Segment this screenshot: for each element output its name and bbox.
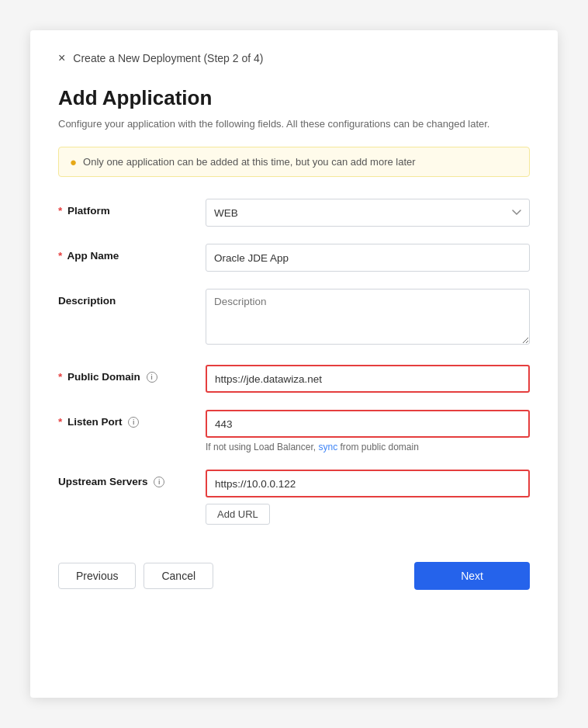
listen-port-hint: If not using Load Balancer, sync from pu… <box>206 442 530 452</box>
public-domain-label: * Public Domain i <box>58 365 206 383</box>
public-domain-input[interactable] <box>206 365 530 393</box>
sync-link[interactable]: sync <box>318 442 337 452</box>
previous-button[interactable]: Previous <box>58 563 136 589</box>
add-url-button[interactable]: Add URL <box>206 504 270 525</box>
appname-input[interactable] <box>206 244 530 272</box>
footer-actions: Previous Cancel Next <box>58 562 530 590</box>
description-textarea[interactable] <box>206 289 530 345</box>
listen-port-control: If not using Load Balancer, sync from pu… <box>206 410 530 452</box>
listen-port-label: * Listen Port i <box>58 410 206 428</box>
cancel-button[interactable]: Cancel <box>144 563 213 589</box>
appname-control <box>206 244 530 272</box>
listen-port-info-icon: i <box>128 417 139 428</box>
page-subtitle: Configure your application with the foll… <box>58 118 530 130</box>
platform-control: WEB <box>206 199 530 227</box>
alert-message: Only one application can be added at thi… <box>83 156 416 168</box>
modal-title: Create a New Deployment (Step 2 of 4) <box>73 52 263 64</box>
public-domain-row: * Public Domain i <box>58 365 530 393</box>
alert-icon: ● <box>70 155 77 168</box>
next-button[interactable]: Next <box>414 562 530 590</box>
upstream-input[interactable] <box>206 470 530 497</box>
alert-banner: ● Only one application can be added at t… <box>58 147 530 177</box>
upstream-info-icon: i <box>154 477 164 487</box>
platform-row: * Platform WEB <box>58 199 530 227</box>
page-title: Add Application <box>58 86 530 110</box>
upstream-row: Upstream Servers i Add URL <box>58 470 530 525</box>
public-domain-info-icon: i <box>147 372 157 383</box>
modal-container: × Create a New Deployment (Step 2 of 4) … <box>30 30 558 698</box>
close-icon[interactable]: × <box>58 52 65 64</box>
description-label: Description <box>58 289 206 307</box>
upstream-control: Add URL <box>206 470 530 525</box>
platform-select[interactable]: WEB <box>206 199 530 227</box>
listen-port-row: * Listen Port i If not using Load Balanc… <box>58 410 530 452</box>
description-control <box>206 289 530 348</box>
description-row: Description <box>58 289 530 348</box>
upstream-label: Upstream Servers i <box>58 470 206 487</box>
platform-label: * Platform <box>58 199 206 217</box>
listen-port-input[interactable] <box>206 410 530 438</box>
modal-header: × Create a New Deployment (Step 2 of 4) <box>58 52 530 64</box>
appname-label: * App Name <box>58 244 206 262</box>
form-section: * Platform WEB * App Name Description <box>58 199 530 525</box>
appname-row: * App Name <box>58 244 530 272</box>
public-domain-control <box>206 365 530 393</box>
footer-left: Previous Cancel <box>58 563 213 589</box>
